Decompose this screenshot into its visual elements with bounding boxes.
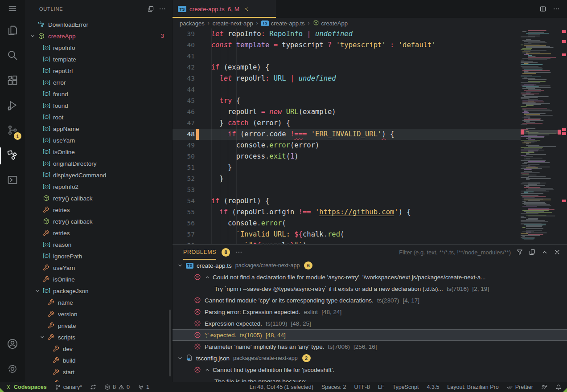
view-as-table-icon[interactable] [529, 249, 536, 256]
sync-button[interactable] [90, 384, 96, 390]
code-line-54[interactable]: 54 if (repoUrl) { [173, 196, 521, 207]
line-number[interactable]: 51 [173, 162, 195, 173]
outline-item-scripts[interactable]: scripts [25, 331, 172, 343]
activity-item-menu[interactable] [0, 0, 25, 19]
outline-item-appname[interactable]: [∅]appName [25, 123, 172, 135]
outline-item[interactable] [25, 378, 172, 382]
code-line-50[interactable]: 50 process.exit(1) [173, 151, 521, 162]
outline-item-dev[interactable]: dev [25, 343, 172, 355]
problems-error-row[interactable]: Parameter 'name' implicitly has an 'any'… [173, 341, 567, 352]
code-line-52[interactable]: 52 } [173, 173, 521, 184]
code-line-56[interactable]: 56 console.error( [173, 218, 521, 229]
line-number[interactable]: 57 [173, 229, 195, 240]
chevron-down-icon[interactable] [39, 334, 46, 340]
outline-item-reason[interactable]: [∅]reason [25, 239, 172, 250]
remote-indicator[interactable]: Codespaces [5, 384, 47, 390]
line-number[interactable]: 46 [173, 106, 195, 118]
code-line-43[interactable]: 43 let repoUrl: URL | undefined [173, 73, 521, 84]
code-line-44[interactable]: 44 [173, 84, 521, 95]
outline-item-template[interactable]: [∅]template [25, 53, 172, 65]
outline-item-retry-callback[interactable]: retry() callback [25, 192, 172, 204]
line-number[interactable]: 56 [173, 218, 195, 229]
activity-item-source-control[interactable]: 1 [0, 118, 25, 143]
code-line-39[interactable]: 39 let repoInfo: RepoInfo | undefined [173, 29, 521, 40]
language-mode[interactable]: TypeScript [392, 384, 419, 390]
line-number[interactable]: 49 [173, 140, 195, 151]
breadcrumb-item-create-next-app[interactable]: create-next-app [213, 20, 253, 27]
activity-item-outline-symbols[interactable] [0, 143, 25, 168]
outline-item-found[interactable]: [∅]found [25, 100, 172, 111]
formatter-status[interactable]: Prettier [507, 384, 533, 390]
line-number[interactable]: 55 [173, 207, 195, 218]
code-line-42[interactable]: 42 if (example) { [173, 62, 521, 73]
code-line-41[interactable]: 41 [173, 51, 521, 62]
code-line-48[interactable]: 48 if (error.code !=== 'ERR_INVALID_URL'… [173, 129, 521, 140]
code-line-45[interactable]: 45 try { [173, 95, 521, 106]
outline-item-useyarn[interactable]: [∅]useYarn [25, 135, 172, 146]
ports-indicator[interactable]: 1 [138, 384, 149, 390]
code-line-55[interactable]: 55 if (repoUrl.origin !== 'https://githu… [173, 207, 521, 218]
line-number[interactable]: 39 [173, 29, 195, 40]
outline-item-found[interactable]: [∅]found [25, 88, 172, 100]
tab-close-icon[interactable] [243, 6, 249, 12]
outline-item-downloaderror[interactable]: DownloadError [25, 19, 172, 30]
tab-problems[interactable]: PROBLEMS [183, 245, 216, 260]
line-number[interactable]: 52 [173, 173, 195, 184]
outline-item-error[interactable]: [∅]error [25, 77, 172, 88]
line-number[interactable]: 44 [173, 84, 195, 95]
panel-more-tabs-icon[interactable] [235, 249, 242, 256]
outline-item-retries[interactable]: retries [25, 227, 172, 239]
code-line-47[interactable]: 47 } catch (error) { [173, 118, 521, 129]
chevron-down-icon[interactable] [34, 288, 41, 294]
chevron-down-icon[interactable] [29, 33, 37, 39]
code-line-40[interactable]: 40 const template = typescript ? 'typesc… [173, 40, 521, 51]
line-number[interactable]: 42 [173, 62, 195, 73]
outline-item-packagejson[interactable]: [∅]packageJson [25, 285, 172, 297]
outline-item-repoinfo[interactable]: [∅]repoInfo [25, 42, 172, 53]
problems-file-row[interactable]: TStsconfig.jsonpackages/create-next-app2 [173, 352, 567, 364]
line-number[interactable]: 43 [173, 73, 195, 84]
close-panel-icon[interactable] [554, 249, 561, 256]
problems-filter-input[interactable] [377, 249, 511, 256]
activity-item-search[interactable] [0, 44, 25, 69]
outline-item-private[interactable]: private [25, 320, 172, 331]
code-line-53[interactable]: 53 [173, 184, 521, 196]
problems-error-row[interactable]: Expression expected.ts(1109)[48, 25] [173, 318, 567, 329]
cursor-position[interactable]: Ln 48, Col 45 (1 selected) [250, 384, 313, 390]
code-line-58[interactable]: 58 `"${example}"`) [173, 240, 521, 244]
code-line-46[interactable]: 46 repoUrl = new URL(example) [173, 106, 521, 118]
collapse-all-icon[interactable] [147, 5, 154, 12]
tab-create-app-ts[interactable]: TS create-app.ts 6, M [173, 0, 276, 18]
line-number[interactable]: 53 [173, 184, 195, 196]
filter-icon[interactable] [516, 249, 523, 256]
problems-error-row[interactable]: ';' expected.ts(1005)[48, 44] [173, 329, 567, 341]
line-number[interactable]: 58 [173, 240, 195, 244]
problems-error-row[interactable]: Could not find a declaration file for mo… [173, 271, 567, 283]
breadcrumb-item-create-app-ts[interactable]: TScreate-app.ts [261, 20, 305, 27]
code-line-51[interactable]: 51 } [173, 162, 521, 173]
ts-version[interactable]: 4.3.5 [427, 384, 440, 390]
line-number[interactable]: 48 [173, 129, 195, 140]
problems-related-row[interactable]: Try `npm i --save-dev @types/async-retry… [173, 283, 567, 294]
activity-item-settings[interactable] [0, 357, 25, 382]
line-number[interactable]: 50 [173, 151, 195, 162]
outline-item-createapp[interactable]: createApp3 [25, 30, 172, 42]
breadcrumb-item-createapp[interactable]: createApp [313, 20, 348, 27]
line-number[interactable]: 45 [173, 95, 195, 106]
outline-item-repoinfo2[interactable]: [∅]repoInfo2 [25, 181, 172, 192]
sidebar-more-actions-icon[interactable] [159, 5, 166, 12]
minimap[interactable] [521, 29, 561, 244]
activity-item-run-debug[interactable] [0, 94, 25, 118]
outline-item-root[interactable]: [∅]root [25, 111, 172, 123]
feedback-button[interactable] [541, 384, 547, 390]
breadcrumb-item-packages[interactable]: packages [180, 20, 205, 27]
problems-status[interactable]: 8 0 [104, 384, 130, 390]
line-number[interactable]: 54 [173, 196, 195, 207]
code-line-57[interactable]: 57 `Invalid URL: ${chalk.red( [173, 229, 521, 240]
layout-status[interactable]: Layout: Brazilian Pro [447, 384, 498, 390]
problems-related-row[interactable]: The file is in the program because: [173, 376, 567, 382]
line-number[interactable]: 40 [173, 40, 195, 51]
outline-item-ignorepath[interactable]: [∅]ignorePath [25, 250, 172, 262]
outline-item-repourl[interactable]: [∅]repoUrl [25, 65, 172, 77]
line-number[interactable]: 47 [173, 118, 195, 129]
